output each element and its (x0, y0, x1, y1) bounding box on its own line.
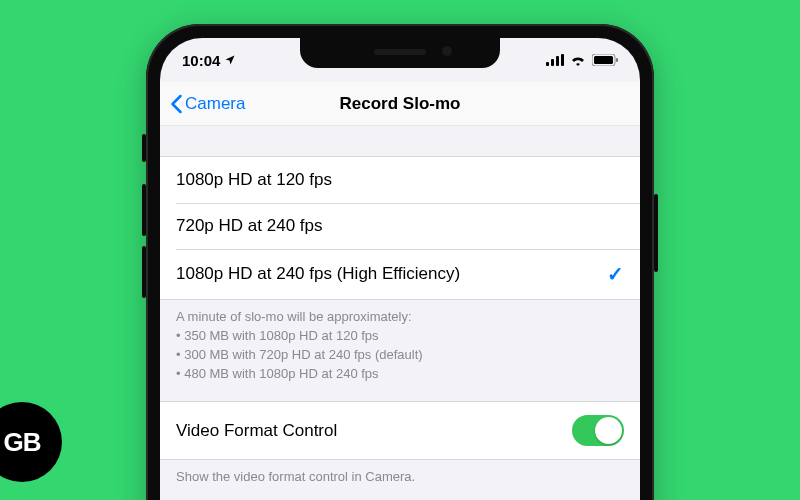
slomo-options-group: 1080p HD at 120 fps 720p HD at 240 fps 1… (160, 156, 640, 300)
format-control-toggle[interactable] (572, 415, 624, 446)
power-button (654, 194, 658, 272)
options-footer: A minute of slo-mo will be approximately… (160, 300, 640, 401)
footer-intro: A minute of slo-mo will be approximately… (176, 308, 624, 327)
battery-icon (592, 54, 618, 66)
format-control-label: Video Format Control (176, 421, 337, 441)
back-label: Camera (185, 94, 245, 114)
wifi-icon (570, 54, 586, 66)
back-button[interactable]: Camera (170, 94, 245, 114)
svg-rect-2 (556, 56, 559, 66)
svg-rect-1 (551, 59, 554, 66)
option-720p-240[interactable]: 720p HD at 240 fps (160, 203, 640, 249)
status-time: 10:04 (182, 52, 220, 69)
volume-down-button (142, 246, 146, 298)
video-format-control-row[interactable]: Video Format Control (160, 402, 640, 459)
checkmark-icon: ✓ (607, 262, 624, 286)
svg-rect-5 (594, 56, 613, 64)
option-1080p-240-he[interactable]: 1080p HD at 240 fps (High Efficiency) ✓ (160, 249, 640, 299)
footer-line: 350 MB with 1080p HD at 120 fps (176, 327, 624, 346)
option-label: 720p HD at 240 fps (176, 216, 322, 236)
option-1080p-120[interactable]: 1080p HD at 120 fps (160, 157, 640, 203)
format-control-group: Video Format Control (160, 401, 640, 460)
svg-rect-6 (616, 58, 618, 62)
mute-switch (142, 134, 146, 162)
location-icon (224, 54, 236, 66)
option-label: 1080p HD at 240 fps (High Efficiency) (176, 264, 460, 284)
navigation-bar: Camera Record Slo-mo (160, 82, 640, 126)
format-control-caption: Show the video format control in Camera. (160, 460, 640, 500)
option-label: 1080p HD at 120 fps (176, 170, 332, 190)
footer-line: 480 MB with 1080p HD at 240 fps (176, 365, 624, 384)
notch (300, 38, 500, 68)
chevron-left-icon (170, 94, 183, 114)
section-spacer (160, 126, 640, 156)
brand-logo: GB (0, 402, 62, 482)
svg-rect-0 (546, 62, 549, 66)
footer-line: 300 MB with 720p HD at 240 fps (default) (176, 346, 624, 365)
svg-rect-3 (561, 54, 564, 66)
volume-up-button (142, 184, 146, 236)
cellular-signal-icon (546, 54, 564, 66)
screen: 10:04 Ca (160, 38, 640, 500)
brand-logo-text: GB (4, 427, 41, 458)
phone-frame: 10:04 Ca (146, 24, 654, 500)
